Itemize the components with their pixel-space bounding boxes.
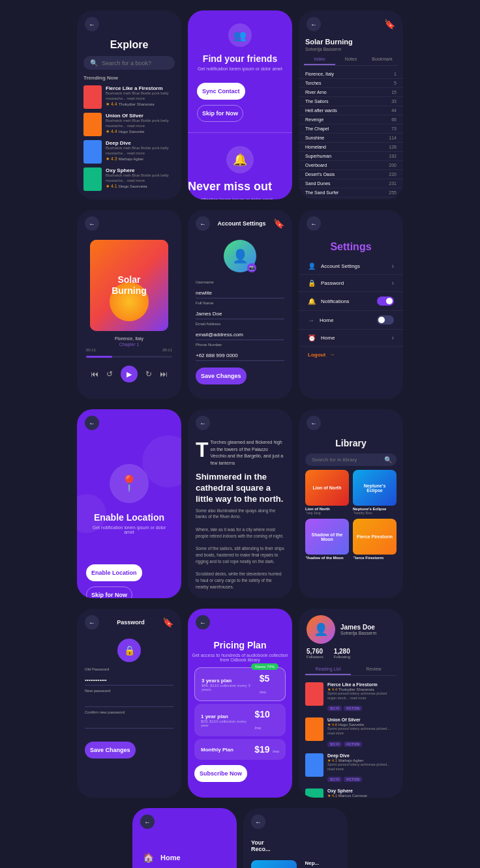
home-icon: 🏠 bbox=[143, 852, 154, 863]
pricing-plan-1year[interactable]: 1 year plan $28, $110 collection every y… bbox=[194, 704, 286, 736]
solar-book-title: SolarBurning bbox=[105, 274, 153, 297]
explore-title: Explore bbox=[77, 35, 181, 56]
tab-review[interactable]: Review bbox=[351, 664, 397, 675]
skip-location-button[interactable]: Skip for Now bbox=[86, 586, 132, 598]
notifications-toggle[interactable] bbox=[377, 297, 394, 306]
phone-field: Phone Number bbox=[196, 343, 284, 361]
list-item: Lion of North Lion of North Yang Jang bbox=[305, 470, 349, 515]
book-cover: Fierce Firestorm bbox=[353, 519, 397, 555]
settings-notifications-item[interactable]: 🔔 Notifications bbox=[299, 292, 403, 311]
book-cover bbox=[83, 113, 102, 136]
card-profile: 👤 James Doe Soherlja Basserm 5,760 Follo… bbox=[299, 609, 403, 798]
following-label: Following bbox=[334, 655, 350, 659]
book-desc: Bushwick meh Blue Bottle pork belly must… bbox=[106, 119, 175, 129]
settings-title: Settings bbox=[299, 235, 403, 258]
skip-back-button[interactable]: ⏮ bbox=[91, 369, 98, 379]
back-button[interactable]: ← bbox=[196, 615, 210, 629]
tab-notes[interactable]: Notes bbox=[335, 54, 367, 65]
library-search-bar[interactable]: 🔍 bbox=[305, 454, 397, 466]
sync-contact-button[interactable]: Sync Contact bbox=[197, 83, 245, 100]
pricing-title: Pricing Plan bbox=[188, 633, 292, 653]
back-button[interactable]: ← bbox=[307, 416, 321, 430]
book-cover bbox=[83, 167, 102, 191]
back-button[interactable]: ← bbox=[196, 216, 210, 231]
email-input[interactable] bbox=[196, 330, 284, 340]
rewind-button[interactable]: ↺ bbox=[106, 369, 113, 379]
explore-search-bar[interactable]: 🔍 bbox=[83, 56, 175, 70]
back-button[interactable]: ← bbox=[307, 216, 321, 231]
chevron-right-icon: › bbox=[392, 263, 394, 270]
confirm-password-input[interactable] bbox=[85, 718, 173, 729]
book-rating: ★ 4.1 Diego Savevetta bbox=[106, 184, 175, 189]
username-input[interactable] bbox=[196, 288, 284, 298]
pricing-plan-3year[interactable]: Saves 74% 3 years plan $86, $110 collect… bbox=[194, 667, 286, 701]
back-button[interactable]: ← bbox=[85, 17, 99, 31]
list-item: Sand Dunes231 bbox=[299, 179, 403, 188]
email-field: Email Address bbox=[196, 322, 284, 340]
chevron-right-icon: › bbox=[392, 334, 394, 341]
skip-button[interactable]: Skip for Now bbox=[197, 105, 243, 122]
library-search-input[interactable] bbox=[312, 457, 380, 463]
back-button[interactable]: ← bbox=[307, 17, 321, 31]
settings-password-item[interactable]: 🔒 Password › bbox=[299, 275, 403, 292]
followers-count: 5,760 bbox=[307, 648, 323, 655]
back-button[interactable]: ← bbox=[140, 815, 155, 829]
back-button[interactable]: ← bbox=[196, 416, 210, 430]
old-password-field: Old Password bbox=[85, 667, 173, 686]
new-password-input[interactable] bbox=[85, 697, 173, 707]
save-changes-button[interactable]: Save Changes bbox=[196, 368, 247, 384]
settings-account-item[interactable]: 👤 Account Settings › bbox=[299, 258, 403, 275]
back-button[interactable]: ← bbox=[85, 216, 99, 231]
book-title: Deep Dive bbox=[106, 140, 175, 146]
back-button[interactable]: ← bbox=[251, 815, 265, 829]
list-item: Hell after wards44 bbox=[299, 106, 403, 115]
settings-home-item-2[interactable]: ⏰ Home › bbox=[299, 330, 403, 347]
home-toggle[interactable] bbox=[377, 315, 394, 325]
home-icon: → bbox=[308, 317, 314, 324]
back-button[interactable]: ← bbox=[85, 416, 99, 430]
library-grid: Lion of North Lion of North Yang Jang Ne… bbox=[299, 470, 403, 560]
book-title: Fierce Like a Firestorm bbox=[106, 85, 175, 91]
phone-input[interactable] bbox=[196, 351, 284, 361]
book-cover bbox=[83, 85, 102, 109]
enable-location-button[interactable]: Enable Location bbox=[86, 564, 142, 581]
friends-icon: 👥 bbox=[228, 23, 252, 47]
pricing-plan-monthly[interactable]: Monthly Plan $19 /mo bbox=[194, 739, 286, 760]
book-title: Union Of Silver bbox=[106, 113, 175, 119]
fullname-input[interactable] bbox=[196, 309, 284, 319]
avatar: 👤 bbox=[307, 615, 335, 644]
nav-item-home[interactable]: 🏠 Home bbox=[143, 846, 226, 868]
list-item: Homeland128 bbox=[299, 143, 403, 152]
reading-footer: Florence, Italy Chapter 1 🔖 bbox=[188, 597, 292, 598]
profile-tabs: Reading List Review bbox=[305, 664, 397, 676]
list-item: Neptune's Eclipse Neptune's Eclipse Skea… bbox=[353, 470, 397, 515]
list-item: Overboard200 bbox=[299, 161, 403, 170]
book-cover: Shadow of the Moon bbox=[305, 519, 349, 555]
new-password-field: New password bbox=[85, 689, 173, 707]
book-cover bbox=[83, 140, 102, 164]
skip-forward-button[interactable]: ⏭ bbox=[160, 369, 168, 379]
settings-home-item-1[interactable]: → Home bbox=[299, 311, 403, 330]
progress-bar[interactable] bbox=[86, 356, 172, 358]
play-button[interactable]: ▶ bbox=[121, 366, 138, 383]
old-password-input[interactable] bbox=[85, 675, 173, 686]
book-cover bbox=[305, 753, 323, 777]
back-button[interactable]: ← bbox=[85, 615, 99, 629]
tab-bookmark[interactable]: Bookmark bbox=[367, 54, 398, 65]
list-item: Fierce Like a Firestorm Bushwick meh Blu… bbox=[77, 83, 181, 111]
subscribe-button[interactable]: Subscribe Now bbox=[194, 765, 247, 782]
search-input[interactable] bbox=[102, 60, 175, 66]
forward-button[interactable]: ↻ bbox=[145, 369, 152, 379]
tab-index[interactable]: Index bbox=[304, 54, 335, 65]
location-icon: 📍 bbox=[110, 464, 149, 503]
bell-icon: 🔔 bbox=[226, 146, 254, 173]
card-solar: ← SolarBurning Florence, Italy Chapter 1… bbox=[77, 210, 181, 399]
list-item: Florence, Italy1 bbox=[299, 70, 403, 79]
tab-reading-list[interactable]: Reading List bbox=[305, 664, 351, 675]
save-password-button[interactable]: Save Changes bbox=[85, 742, 136, 759]
list-item: River Arno15 bbox=[299, 88, 403, 97]
logout-button[interactable]: Logout → bbox=[299, 347, 403, 363]
logout-label: Logout bbox=[308, 352, 325, 358]
search-icon: 🔍 bbox=[384, 456, 392, 463]
camera-icon[interactable]: 📷 bbox=[247, 263, 256, 272]
